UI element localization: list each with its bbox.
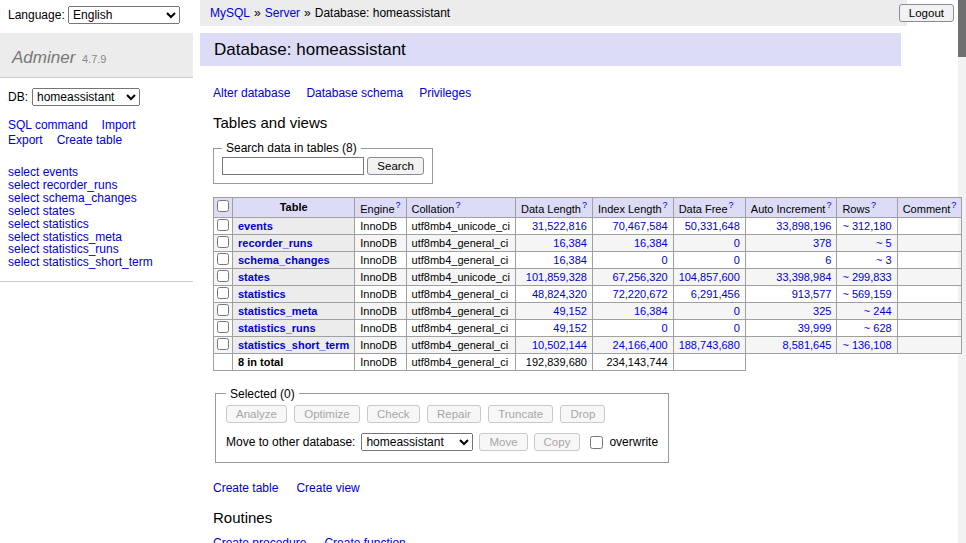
scrollbar-thumb[interactable] [958,0,966,57]
sidebar-create-table-link[interactable]: Create table [57,133,122,147]
sidebar-item-select-events[interactable]: select events [8,166,185,179]
index-length-link[interactable]: 70,467,584 [613,220,668,232]
auto-increment-link[interactable]: 39,999 [798,322,832,334]
select-all-checkbox[interactable] [217,200,229,212]
data-length-link[interactable]: 16,384 [553,237,587,249]
row-checkbox[interactable] [217,287,229,299]
check-button[interactable]: Check [367,405,420,423]
breadcrumb-server-link[interactable]: Server [265,6,300,20]
create-view-link[interactable]: Create view [296,481,359,495]
drop-button[interactable]: Drop [560,405,605,423]
db-select[interactable]: homeassistant [32,88,140,106]
truncate-button[interactable]: Truncate [488,405,553,423]
index-length-link[interactable]: 0 [662,322,668,334]
rows-link[interactable]: ~ 5 [876,237,892,249]
create-table-link[interactable]: Create table [213,481,278,495]
move-database-select[interactable]: homeassistant [361,433,473,451]
help-link[interactable]: ? [951,200,956,210]
index-length-link[interactable]: 0 [662,254,668,266]
auto-increment-link[interactable]: 8,581,645 [782,339,831,351]
search-button[interactable]: Search [367,157,423,175]
alter-database-link[interactable]: Alter database [213,86,290,100]
row-checkbox[interactable] [217,338,229,350]
sidebar-export-link[interactable]: Export [8,133,43,147]
language-select[interactable]: English [68,6,180,24]
index-length-link[interactable]: 16,384 [634,305,668,317]
table-name-link[interactable]: schema_changes [238,254,330,266]
create-function-link[interactable]: Create function [324,536,405,543]
auto-increment-link[interactable]: 33,898,196 [776,220,831,232]
breadcrumb-mysql-link[interactable]: MySQL [210,6,250,20]
table-name-link[interactable]: recorder_runs [238,237,313,249]
table-name-link[interactable]: statistics [238,288,286,300]
help-link[interactable]: ? [455,200,460,210]
sidebar-item-select-states[interactable]: select states [8,205,185,218]
move-button[interactable]: Move [479,433,527,451]
database-schema-link[interactable]: Database schema [306,86,403,100]
help-link[interactable]: ? [729,200,734,210]
sidebar-item-select-schema-changes[interactable]: select schema_changes [8,192,185,205]
sidebar-item-select-statistics[interactable]: select statistics [8,218,185,231]
table-name-link[interactable]: statistics_runs [238,322,316,334]
sidebar-import-link[interactable]: Import [102,118,136,132]
data-free-link[interactable]: 0 [734,322,740,334]
table-name-link[interactable]: statistics_short_term [238,339,349,351]
create-procedure-link[interactable]: Create procedure [213,536,306,543]
data-free-link[interactable]: 104,857,600 [679,271,740,283]
rows-link[interactable]: ~ 569,159 [842,288,891,300]
analyze-button[interactable]: Analyze [226,405,287,423]
auto-increment-link[interactable]: 913,577 [792,288,832,300]
help-link[interactable]: ? [396,200,401,210]
data-length-link[interactable]: 10,502,144 [532,339,587,351]
data-length-link[interactable]: 31,522,816 [532,220,587,232]
table-name-link[interactable]: statistics_meta [238,305,318,317]
data-free-link[interactable]: 6,291,456 [691,288,740,300]
help-link[interactable]: ? [582,200,587,210]
rows-link[interactable]: ~ 244 [864,305,892,317]
table-name-link[interactable]: events [238,220,273,232]
table-name-link[interactable]: states [238,271,270,283]
rows-link[interactable]: ~ 3 [876,254,892,266]
data-length-link[interactable]: 49,152 [553,322,587,334]
data-free-link[interactable]: 0 [734,254,740,266]
data-length-link[interactable]: 49,152 [553,305,587,317]
row-checkbox[interactable] [217,270,229,282]
data-free-link[interactable]: 50,331,648 [685,220,740,232]
logout-button[interactable]: Logout [899,4,954,22]
index-length-link[interactable]: 24,166,400 [613,339,668,351]
index-length-link[interactable]: 72,220,672 [613,288,668,300]
row-checkbox[interactable] [217,321,229,333]
index-length-link[interactable]: 67,256,320 [613,271,668,283]
row-checkbox[interactable] [217,219,229,231]
rows-link[interactable]: ~ 628 [864,322,892,334]
row-checkbox[interactable] [217,304,229,316]
rows-link[interactable]: ~ 136,108 [842,339,891,351]
help-link[interactable]: ? [826,200,831,210]
rows-link[interactable]: ~ 312,180 [842,220,891,232]
privileges-link[interactable]: Privileges [419,86,471,100]
help-link[interactable]: ? [663,200,668,210]
app-title-link[interactable]: Adminer [12,48,75,67]
data-free-link[interactable]: 0 [734,237,740,249]
data-length-link[interactable]: 101,859,328 [526,271,587,283]
help-link[interactable]: ? [871,200,876,210]
copy-button[interactable]: Copy [534,433,581,451]
row-checkbox[interactable] [217,236,229,248]
auto-increment-link[interactable]: 6 [825,254,831,266]
index-length-link[interactable]: 16,384 [634,237,668,249]
repair-button[interactable]: Repair [427,405,481,423]
overwrite-checkbox[interactable] [590,436,603,449]
auto-increment-link[interactable]: 325 [813,305,831,317]
sidebar-sql-command-link[interactable]: SQL command [8,118,88,132]
data-length-link[interactable]: 16,384 [553,254,587,266]
data-free-link[interactable]: 188,743,680 [679,339,740,351]
auto-increment-link[interactable]: 33,398,984 [776,271,831,283]
sidebar-item-select-recorder-runs[interactable]: select recorder_runs [8,179,185,192]
auto-increment-link[interactable]: 378 [813,237,831,249]
data-free-link[interactable]: 0 [734,305,740,317]
rows-link[interactable]: ~ 299,833 [842,271,891,283]
search-input[interactable] [222,157,364,175]
optimize-button[interactable]: Optimize [294,405,359,423]
row-checkbox[interactable] [217,253,229,265]
sidebar-item-select-statistics-short-term[interactable]: select statistics_short_term [8,256,185,269]
